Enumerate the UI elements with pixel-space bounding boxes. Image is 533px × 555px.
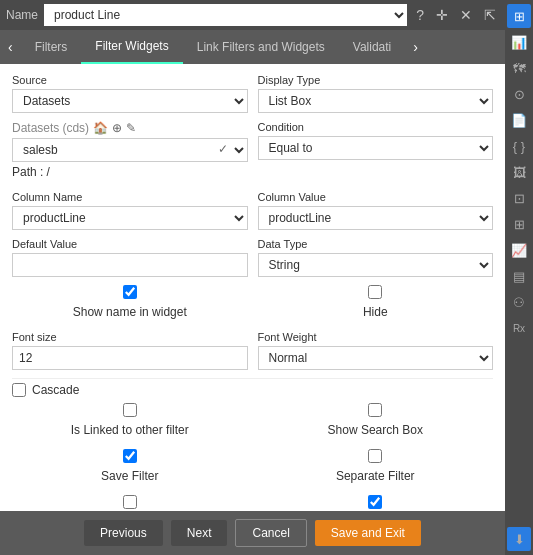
hide-label: Hide	[363, 305, 388, 319]
name-label: Name	[6, 8, 38, 22]
save-and-exit-button[interactable]: Save and Exit	[315, 520, 421, 546]
font-weight-label: Font Weight	[258, 331, 494, 343]
separate-filter-label: Separate Filter	[336, 469, 415, 483]
column-name-label: Column Name	[12, 191, 248, 203]
chart-bar-icon[interactable]: 📊	[507, 30, 531, 54]
tab-filters[interactable]: Filters	[21, 31, 82, 63]
document-icon[interactable]: 📄	[507, 108, 531, 132]
separate-filter-checkbox[interactable]	[368, 449, 382, 463]
group-icon[interactable]: ⚇	[507, 290, 531, 314]
tab-link-filters[interactable]: Link Filters and Widgets	[183, 31, 339, 63]
datasets-select[interactable]: salesb	[12, 138, 248, 162]
tabs-next-arrow[interactable]: ›	[405, 31, 426, 63]
table-icon[interactable]: ⊞	[507, 4, 531, 28]
save-filter-checkbox[interactable]	[123, 449, 137, 463]
bottom-bar: Previous Next Cancel Save and Exit	[0, 511, 505, 555]
name-select[interactable]: product Line	[44, 4, 407, 26]
help-icon[interactable]: ?	[413, 7, 427, 23]
data-type-select[interactable]: String	[258, 253, 494, 277]
hide-checkbox[interactable]	[368, 285, 382, 299]
map-icon[interactable]: 🗺	[507, 56, 531, 80]
move-icon[interactable]: ✛	[433, 7, 451, 23]
image-icon[interactable]: 🖼	[507, 160, 531, 184]
tab-validati[interactable]: Validati	[339, 31, 405, 63]
column-value-label: Column Value	[258, 191, 494, 203]
right-sidebar: ⊞ 📊 🗺 ⊙ 📄 { } 🖼 ⊡ ⊞ 📈 ▤ ⚇ Rx ⬇	[505, 0, 533, 555]
display-type-label: Display Type	[258, 74, 494, 86]
font-size-input[interactable]	[12, 346, 248, 370]
rx-icon[interactable]: Rx	[507, 316, 531, 340]
download-icon[interactable]: ⬇	[507, 527, 531, 551]
display-type-select[interactable]: List Box	[258, 89, 494, 113]
datasets-icons: 🏠 ⊕ ✎	[93, 121, 136, 135]
gauge-icon[interactable]: ⊙	[507, 82, 531, 106]
source-label: Source	[12, 74, 248, 86]
previous-button[interactable]: Previous	[84, 520, 163, 546]
cancel-button[interactable]: Cancel	[235, 519, 306, 547]
kpi-icon[interactable]: ▤	[507, 264, 531, 288]
nav-tabs: ‹ Filters Filter Widgets Link Filters an…	[0, 30, 505, 64]
cascade-label: Cascade	[32, 383, 79, 397]
title-bar: Name product Line ? ✛ ✕ ⇱	[0, 0, 505, 30]
default-value-label: Default Value	[12, 238, 248, 250]
set-default-when-clear-checkbox[interactable]	[123, 495, 137, 509]
datasets-header: Datasets (cds) 🏠 ⊕ ✎	[12, 121, 248, 135]
show-search-box-checkbox[interactable]	[368, 403, 382, 417]
tabs-prev-arrow[interactable]: ‹	[0, 31, 21, 63]
crosstab-icon[interactable]: ⊡	[507, 186, 531, 210]
data-type-label: Data Type	[258, 238, 494, 250]
is-linked-checkbox[interactable]	[123, 403, 137, 417]
code-icon[interactable]: { }	[507, 134, 531, 158]
collapse-icon[interactable]: ⇱	[481, 7, 499, 23]
exclude-when-empty-checkbox[interactable]	[368, 495, 382, 509]
path-row: Path : /	[12, 165, 248, 179]
is-linked-label: Is Linked to other filter	[71, 423, 189, 437]
add-icon[interactable]: ⊕	[112, 121, 122, 135]
next-button[interactable]: Next	[171, 520, 228, 546]
condition-label: Condition	[258, 121, 494, 133]
chart2-icon[interactable]: 📈	[507, 238, 531, 262]
close-icon[interactable]: ✕	[457, 7, 475, 23]
show-name-checkbox[interactable]	[123, 285, 137, 299]
show-name-label: Show name in widget	[73, 305, 187, 319]
pivot-icon[interactable]: ⊞	[507, 212, 531, 236]
save-filter-label: Save Filter	[101, 469, 158, 483]
form-content: Source Datasets Display Type List Box Da…	[0, 64, 505, 511]
font-weight-select[interactable]: Normal	[258, 346, 494, 370]
home-icon[interactable]: 🏠	[93, 121, 108, 135]
checkmark-icon: ✓	[218, 142, 228, 156]
column-value-select[interactable]: productLine	[258, 206, 494, 230]
condition-select[interactable]: Equal to	[258, 136, 494, 160]
cascade-checkbox[interactable]	[12, 383, 26, 397]
font-size-label: Font size	[12, 331, 248, 343]
default-value-input[interactable]	[12, 253, 248, 277]
source-select[interactable]: Datasets	[12, 89, 248, 113]
edit-icon[interactable]: ✎	[126, 121, 136, 135]
column-name-select[interactable]: productLine	[12, 206, 248, 230]
tab-filter-widgets[interactable]: Filter Widgets	[81, 30, 182, 64]
datasets-label: Datasets (cds)	[12, 121, 89, 135]
show-search-box-label: Show Search Box	[328, 423, 423, 437]
